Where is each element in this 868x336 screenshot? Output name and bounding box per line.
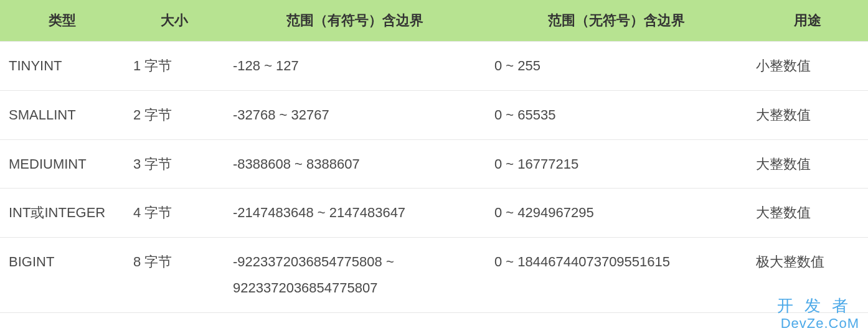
cell-signed: -128 ~ 127 bbox=[224, 42, 486, 91]
cell-unsigned: 0 ~ 4294967295 bbox=[486, 189, 747, 238]
cell-signed: -32768 ~ 32767 bbox=[224, 90, 486, 139]
table-row: MEDIUMINT 3 字节 -8388608 ~ 8388607 0 ~ 16… bbox=[0, 139, 868, 189]
cell-size: 2 字节 bbox=[125, 90, 224, 139]
cell-unsigned: 0 ~ 255 bbox=[486, 42, 747, 91]
cell-signed: -9223372036854775808 ~ 92233720368547758… bbox=[224, 238, 486, 313]
cell-type: TINYINT bbox=[0, 42, 125, 91]
cell-type: MEDIUMINT bbox=[0, 139, 125, 189]
table-row: BIGINT 8 字节 -9223372036854775808 ~ 92233… bbox=[0, 238, 868, 313]
cell-unsigned: 0 ~ 18446744073709551615 bbox=[486, 238, 747, 313]
cell-size: 4 字节 bbox=[125, 189, 224, 238]
table-row: TINYINT 1 字节 -128 ~ 127 0 ~ 255 小整数值 bbox=[0, 42, 868, 91]
cell-size: 1 字节 bbox=[125, 42, 224, 91]
cell-usage: 小整数值 bbox=[747, 42, 868, 91]
cell-size: 3 字节 bbox=[125, 139, 224, 189]
cell-usage: 极大整数值 bbox=[747, 238, 868, 313]
header-signed: 范围（有符号）含边界 bbox=[224, 0, 486, 42]
cell-size: 8 字节 bbox=[125, 238, 224, 313]
cell-signed: -8388608 ~ 8388607 bbox=[224, 139, 486, 189]
table-header-row: 类型 大小 范围（有符号）含边界 范围（无符号）含边界 用途 bbox=[0, 0, 868, 42]
cell-usage: 大整数值 bbox=[747, 189, 868, 238]
header-unsigned: 范围（无符号）含边界 bbox=[486, 0, 747, 42]
header-size: 大小 bbox=[125, 0, 224, 42]
cell-type: INT或INTEGER bbox=[0, 189, 125, 238]
cell-type: BIGINT bbox=[0, 238, 125, 313]
header-type: 类型 bbox=[0, 0, 125, 42]
table-row: SMALLINT 2 字节 -32768 ~ 32767 0 ~ 65535 大… bbox=[0, 90, 868, 139]
cell-usage: 大整数值 bbox=[747, 90, 868, 139]
cell-unsigned: 0 ~ 65535 bbox=[486, 90, 747, 139]
datatypes-table: 类型 大小 范围（有符号）含边界 范围（无符号）含边界 用途 TINYINT 1… bbox=[0, 0, 868, 313]
cell-signed: -2147483648 ~ 2147483647 bbox=[224, 189, 486, 238]
cell-usage: 大整数值 bbox=[747, 139, 868, 189]
cell-type: SMALLINT bbox=[0, 90, 125, 139]
table-row: INT或INTEGER 4 字节 -2147483648 ~ 214748364… bbox=[0, 189, 868, 238]
watermark-line2: DevZe.CoM bbox=[777, 315, 859, 331]
cell-unsigned: 0 ~ 16777215 bbox=[486, 139, 747, 189]
header-usage: 用途 bbox=[747, 0, 868, 42]
